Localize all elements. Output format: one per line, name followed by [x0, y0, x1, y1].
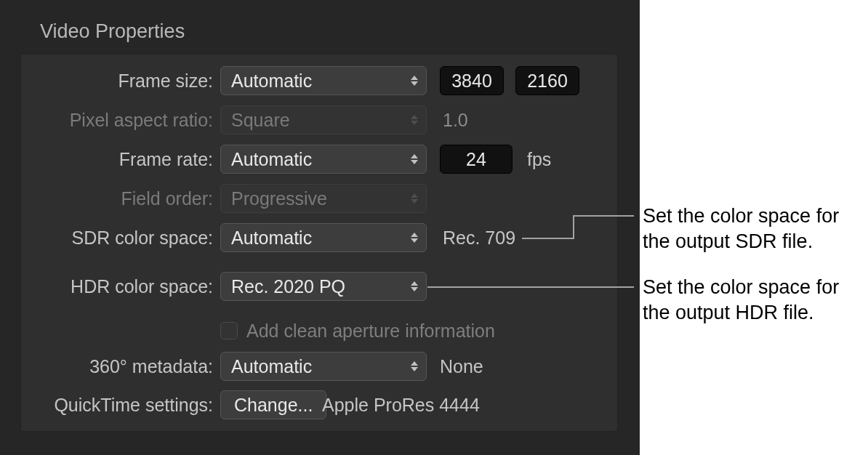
- sdr-color-space-dropdown[interactable]: Automatic: [220, 223, 427, 252]
- callout-hdr-line2: the output HDR file.: [643, 302, 814, 323]
- leader-line: [573, 215, 634, 217]
- pixel-aspect-dropdown-value: Square: [231, 110, 290, 131]
- frame-width-field[interactable]: 3840: [440, 66, 504, 95]
- callout-sdr: Set the color space for the output SDR f…: [643, 204, 839, 254]
- frame-rate-label: Frame rate:: [119, 149, 213, 170]
- updown-icon: [409, 72, 420, 89]
- row-frame-rate: Frame rate: Automatic 24 fps: [21, 143, 617, 175]
- sdr-color-space-label: SDR color space:: [71, 227, 213, 249]
- updown-icon: [409, 358, 420, 375]
- metadata-360-value: None: [440, 356, 483, 377]
- quicktime-codec-value: Apple ProRes 4444: [322, 395, 480, 416]
- metadata-360-label: 360° metadata:: [89, 356, 213, 377]
- updown-icon: [409, 150, 420, 168]
- hdr-color-space-dropdown[interactable]: Rec. 2020 PQ: [220, 272, 427, 301]
- sdr-color-space-dropdown-value: Automatic: [231, 227, 312, 249]
- pixel-aspect-label: Pixel aspect ratio:: [70, 110, 213, 131]
- updown-icon: [409, 229, 420, 246]
- callout-hdr: Set the color space for the output HDR f…: [643, 275, 839, 326]
- field-order-label: Field order:: [121, 188, 213, 209]
- section-title: Video Properties: [40, 20, 185, 43]
- frame-rate-unit: fps: [527, 149, 551, 170]
- video-properties-panel: Video Properties Frame size: Automatic 3…: [0, 0, 640, 455]
- leader-line: [522, 238, 573, 239]
- quicktime-change-button[interactable]: Change...: [220, 390, 326, 419]
- row-360-metadata: 360° metadata: Automatic None: [21, 350, 617, 382]
- frame-size-label: Frame size:: [118, 71, 213, 92]
- updown-icon: [409, 111, 420, 129]
- row-quicktime-settings: QuickTime settings: Change... Apple ProR…: [21, 389, 617, 421]
- hdr-color-space-label: HDR color space:: [71, 276, 213, 297]
- frame-rate-dropdown-value: Automatic: [231, 149, 312, 170]
- updown-icon: [409, 278, 420, 295]
- callout-hdr-line1: Set the color space for: [643, 276, 839, 298]
- leader-line: [573, 215, 574, 239]
- frame-height-field[interactable]: 2160: [515, 66, 579, 95]
- properties-form: Frame size: Automatic 3840 2160 Pixel as…: [20, 54, 618, 432]
- clean-aperture-label: Add clean aperture information: [246, 321, 495, 342]
- row-frame-size: Frame size: Automatic 3840 2160: [21, 65, 617, 97]
- row-field-order: Field order: Progressive: [21, 182, 617, 214]
- frame-rate-field[interactable]: 24: [440, 145, 513, 174]
- pixel-aspect-dropdown: Square: [220, 105, 427, 134]
- metadata-360-dropdown-value: Automatic: [231, 356, 312, 377]
- clean-aperture-checkbox[interactable]: [220, 322, 238, 339]
- field-order-dropdown: Progressive: [220, 184, 427, 213]
- frame-size-dropdown-value: Automatic: [231, 71, 312, 92]
- hdr-color-space-dropdown-value: Rec. 2020 PQ: [231, 276, 345, 297]
- row-pixel-aspect: Pixel aspect ratio: Square 1.0: [21, 104, 617, 136]
- sdr-color-space-value: Rec. 709: [443, 227, 515, 249]
- leader-line: [427, 286, 634, 288]
- callout-sdr-line2: the output SDR file.: [643, 230, 813, 252]
- pixel-aspect-value: 1.0: [443, 110, 468, 131]
- metadata-360-dropdown[interactable]: Automatic: [220, 352, 427, 381]
- updown-icon: [409, 190, 420, 207]
- row-clean-aperture: Add clean aperture information: [21, 315, 617, 347]
- frame-size-dropdown[interactable]: Automatic: [220, 66, 427, 95]
- field-order-dropdown-value: Progressive: [231, 188, 327, 209]
- callout-sdr-line1: Set the color space for: [643, 205, 839, 227]
- frame-rate-dropdown[interactable]: Automatic: [220, 145, 427, 174]
- quicktime-settings-label: QuickTime settings:: [54, 395, 213, 416]
